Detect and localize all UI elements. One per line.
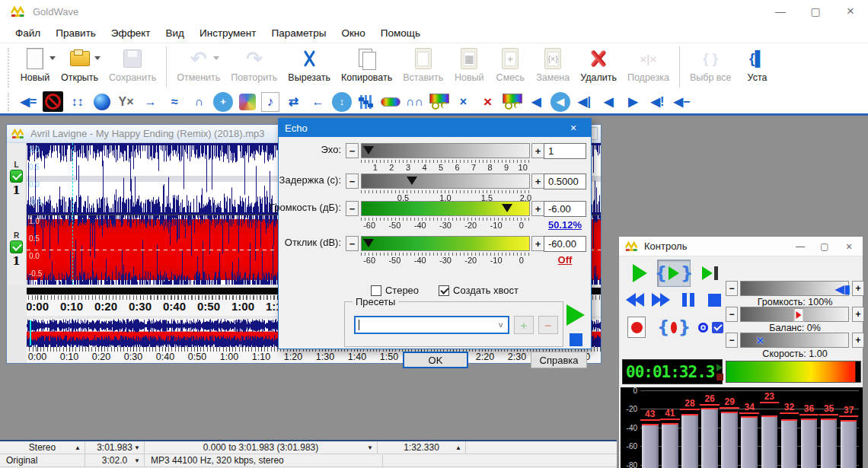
slider-track[interactable] <box>740 307 849 322</box>
corner-speaker-icon[interactable]: ◀ <box>526 91 547 112</box>
control-titlebar[interactable]: Контроль — ▢ × <box>619 237 863 256</box>
round-speaker-icon[interactable]: ◀ <box>550 92 570 112</box>
slider-decrement-button[interactable]: − <box>726 333 738 348</box>
slider-decrement-button[interactable]: − <box>346 201 359 216</box>
dropdown-arrow-icon[interactable] <box>94 56 101 63</box>
paste-button[interactable]: Вставить <box>397 46 448 83</box>
slider-track[interactable] <box>361 201 530 216</box>
insert-marker-icon[interactable]: → <box>140 91 161 112</box>
slider-value-field[interactable]: 0.5000 <box>544 174 586 189</box>
slider-decrement-button[interactable]: − <box>346 143 359 158</box>
arrow-left-icon[interactable]: ← <box>308 91 328 112</box>
menu-item[interactable]: Инструмент <box>192 25 263 41</box>
slider-track[interactable] <box>361 174 530 189</box>
slider-increment-button[interactable]: + <box>531 201 544 216</box>
status-cell[interactable]: 1:32.330▲ <box>378 441 466 454</box>
slider-thumb-marker-icon[interactable] <box>794 308 804 322</box>
speaker-loud-icon[interactable]: ◀ <box>598 91 619 112</box>
pipes-icon[interactable]: ∩∩ <box>404 91 425 112</box>
mix-button[interactable]: +Смесь <box>490 46 531 83</box>
expand-circle-icon[interactable]: ↕ <box>332 92 352 112</box>
slider-value-link[interactable]: Off <box>544 254 586 266</box>
right-channel-selector[interactable]: R1 <box>7 215 27 285</box>
close-button[interactable]: × <box>833 0 868 23</box>
preset-add-button[interactable]: + <box>514 316 534 334</box>
undo-button[interactable]: ↶Отменить <box>171 46 225 83</box>
preset-combo[interactable]: ˅ <box>354 316 509 334</box>
slider-increment-button[interactable]: + <box>852 333 864 348</box>
pinwheel-icon[interactable] <box>237 91 257 112</box>
menu-item[interactable]: Править <box>48 25 104 41</box>
mixer-sliders-icon[interactable] <box>356 91 376 112</box>
slider-decrement-button[interactable]: − <box>346 174 359 189</box>
ok-button[interactable]: OK <box>403 352 468 368</box>
arrow-up-icon[interactable]: ▲ <box>455 444 461 451</box>
minimize-button[interactable]: — <box>763 0 798 23</box>
slider-increment-button[interactable]: + <box>531 174 544 189</box>
slider-track[interactable]: × <box>740 333 849 348</box>
menu-item[interactable]: Окно <box>333 25 372 41</box>
slider-track[interactable] <box>361 143 530 158</box>
speaker-min-icon[interactable]: ◀− <box>672 91 692 112</box>
replace-button[interactable]: {×}Замена <box>531 46 575 83</box>
menu-item[interactable]: Эффект <box>104 25 158 41</box>
paste-new-button[interactable]: ▦Новый <box>448 46 490 83</box>
dropdown-arrow-icon[interactable] <box>213 56 219 63</box>
speaker-back-icon[interactable]: ▶ <box>623 91 643 112</box>
overview-time-ruler[interactable]: 0:000:100:200:300:400:501:001:101:201:30… <box>27 347 601 363</box>
delete-button[interactable]: Удалить <box>575 46 622 83</box>
slider-thumb-speaker-icon[interactable]: ◀▮ <box>835 282 850 297</box>
spectrum-control-icon[interactable] <box>429 91 449 112</box>
slider-thumb[interactable] <box>363 239 374 253</box>
redo-button[interactable]: ↷Повторить <box>225 46 282 83</box>
set-marker-button[interactable]: {▌Уста <box>737 46 778 83</box>
menu-item[interactable]: Файл <box>8 25 48 41</box>
slider-value-field[interactable]: 1 <box>544 143 586 159</box>
crossfade-icon[interactable]: × <box>477 91 498 112</box>
slider-decrement-button[interactable]: − <box>726 281 738 296</box>
preset-remove-button[interactable]: − <box>538 316 558 334</box>
dropdown-arrow-icon[interactable] <box>49 56 56 63</box>
undo-curve-icon[interactable]: ∩ <box>189 91 209 112</box>
arrow-up-icon[interactable]: ▲ <box>75 444 81 451</box>
record-selection-button[interactable]: {} <box>657 314 691 340</box>
slider-increment-button[interactable]: + <box>852 281 864 296</box>
new-button[interactable]: Новый <box>14 46 56 83</box>
record-options-button[interactable] <box>695 317 726 337</box>
spark-icon[interactable]: × <box>453 91 474 112</box>
status-cell[interactable]: 3:02.0▼ <box>85 454 145 466</box>
arrow-down-icon[interactable]: ▼ <box>367 444 373 451</box>
notation-icon[interactable]: ♪ <box>261 92 279 112</box>
fast-forward-button[interactable] <box>648 290 674 310</box>
slider-decrement-button[interactable]: − <box>346 236 359 251</box>
slider-track[interactable]: ◀▮ <box>740 281 849 296</box>
open-button[interactable]: Открыть <box>56 46 104 83</box>
maximize-button[interactable]: ▢ <box>798 0 833 23</box>
cut-button[interactable]: Вырезать <box>282 46 336 83</box>
trim-button[interactable]: ×|×Подрезка <box>622 46 675 83</box>
menu-item[interactable]: Помощь <box>373 25 428 41</box>
status-cell[interactable]: 3:01.983▼ <box>85 441 145 454</box>
slider-thumb[interactable] <box>502 204 512 218</box>
slider-increment-button[interactable]: + <box>531 236 544 251</box>
pause-button[interactable] <box>678 290 698 310</box>
slider-track[interactable] <box>361 236 530 251</box>
preview-stop-button[interactable] <box>570 333 582 346</box>
slider-thumb[interactable] <box>407 177 417 190</box>
control-compass-icon[interactable]: + <box>213 92 233 112</box>
help-button[interactable]: Справка <box>531 352 587 368</box>
play-button[interactable] <box>625 261 654 285</box>
sphere-icon[interactable] <box>91 91 112 112</box>
echo-dialog-titlebar[interactable]: Echo × <box>279 119 591 137</box>
slider-value-field[interactable]: -6.00 <box>544 201 586 217</box>
status-cell[interactable]: Stereo▲ <box>0 441 85 454</box>
left-channel-selector[interactable]: L1 <box>7 143 27 215</box>
record-new-button[interactable] <box>624 314 649 340</box>
channel-enabled-checkbox[interactable] <box>10 240 23 253</box>
save-button[interactable]: Сохранить <box>104 46 161 83</box>
control-maximize-button[interactable]: ▢ <box>812 238 837 255</box>
slider-increment-button[interactable]: + <box>531 143 544 158</box>
select-all-button[interactable]: { }Выбр все <box>685 46 737 83</box>
menu-item[interactable]: Параметры <box>263 25 333 41</box>
spectrum-pill-icon[interactable] <box>380 91 400 112</box>
